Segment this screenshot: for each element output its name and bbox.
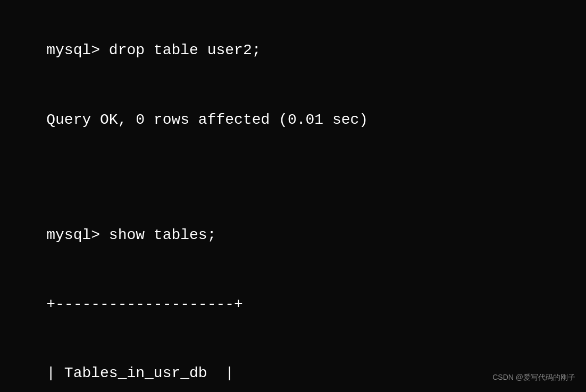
terminal-output: mysql> drop table user2; Query OK, 0 row…	[11, 16, 570, 392]
watermark: CSDN @爱写代码的刚子	[492, 373, 575, 382]
line-1: mysql> drop table user2;	[46, 42, 261, 58]
line-5: | Tables_in_usr_db |	[46, 365, 234, 381]
line-3: mysql> show tables;	[46, 227, 216, 243]
terminal-window: mysql> drop table user2; Query OK, 0 row…	[0, 0, 586, 392]
line-4: +--------------------+	[46, 296, 243, 312]
line-2: Query OK, 0 rows affected (0.01 sec)	[46, 112, 368, 128]
